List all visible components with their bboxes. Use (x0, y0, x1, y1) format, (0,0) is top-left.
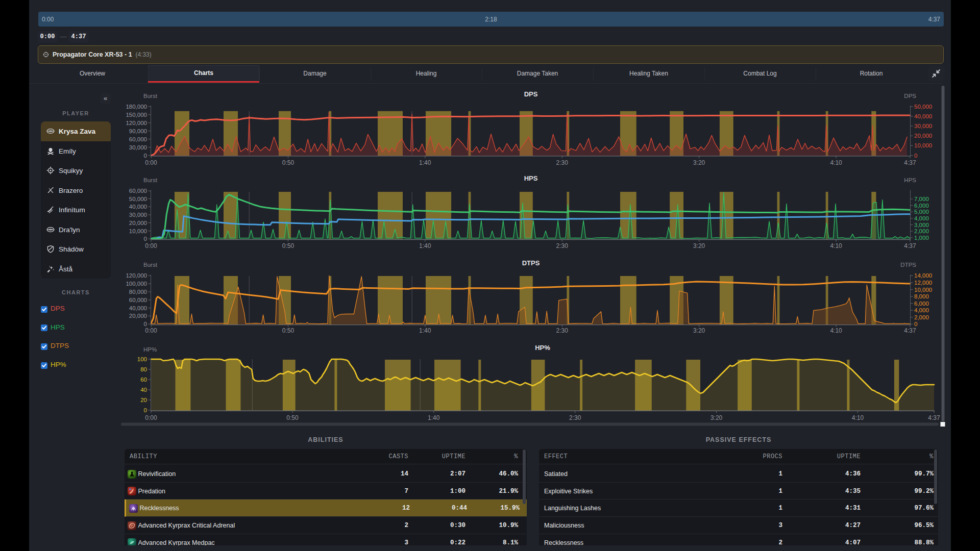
svg-text:180,000: 180,000 (126, 104, 147, 110)
svg-text:10,000: 10,000 (129, 228, 147, 234)
svg-text:60,000: 60,000 (129, 188, 147, 194)
svg-text:HP%: HP% (143, 346, 157, 353)
svg-text:100: 100 (137, 356, 147, 362)
svg-text:Burst: Burst (143, 262, 158, 268)
svg-text:20,000: 20,000 (129, 313, 147, 319)
svg-text:DPS: DPS (904, 93, 916, 99)
svg-text:40,000: 40,000 (914, 113, 932, 119)
svg-text:0: 0 (144, 321, 147, 327)
svg-text:0:50: 0:50 (282, 242, 295, 249)
svg-text:60,000: 60,000 (129, 136, 147, 142)
svg-text:4:37: 4:37 (904, 327, 916, 334)
svg-text:20,000: 20,000 (914, 133, 932, 139)
svg-text:DPS: DPS (524, 90, 538, 98)
svg-text:HP%: HP% (535, 344, 550, 352)
svg-text:1:40: 1:40 (428, 414, 440, 421)
svg-text:3,000: 3,000 (914, 222, 929, 228)
svg-text:0:50: 0:50 (282, 327, 295, 334)
svg-text:0: 0 (914, 153, 917, 159)
svg-text:8,000: 8,000 (914, 293, 929, 299)
svg-text:DTPS: DTPS (522, 259, 540, 267)
svg-text:4:37: 4:37 (904, 159, 916, 166)
svg-text:7,000: 7,000 (914, 196, 929, 202)
svg-text:0:50: 0:50 (282, 159, 295, 166)
svg-text:0: 0 (144, 236, 147, 242)
svg-text:80: 80 (140, 366, 147, 372)
svg-text:5,000: 5,000 (914, 209, 929, 215)
svg-text:150,000: 150,000 (126, 112, 147, 118)
svg-text:2,000: 2,000 (914, 314, 929, 320)
svg-text:20: 20 (140, 397, 147, 403)
svg-text:6,000: 6,000 (914, 203, 929, 209)
svg-text:0:00: 0:00 (145, 414, 157, 421)
svg-text:1:40: 1:40 (419, 327, 431, 334)
svg-text:2,000: 2,000 (914, 228, 929, 234)
svg-text:4:10: 4:10 (830, 159, 842, 166)
svg-text:0: 0 (144, 153, 147, 159)
svg-text:12,000: 12,000 (914, 280, 932, 286)
svg-text:Burst: Burst (143, 177, 158, 183)
svg-text:0: 0 (144, 407, 147, 413)
svg-text:1,000: 1,000 (914, 235, 929, 241)
svg-text:1:40: 1:40 (419, 159, 431, 166)
svg-text:10,000: 10,000 (914, 142, 932, 148)
svg-text:3:20: 3:20 (710, 414, 723, 421)
svg-text:2:30: 2:30 (556, 242, 569, 249)
svg-text:30,000: 30,000 (914, 123, 932, 129)
svg-text:4:37: 4:37 (904, 242, 916, 249)
svg-text:HPS: HPS (524, 174, 538, 182)
svg-text:0:00: 0:00 (145, 327, 157, 334)
svg-text:0:00: 0:00 (145, 159, 157, 166)
svg-text:4,000: 4,000 (914, 215, 929, 221)
svg-text:2:30: 2:30 (556, 327, 569, 334)
svg-text:120,000: 120,000 (126, 272, 147, 279)
svg-text:100,000: 100,000 (126, 281, 147, 287)
svg-text:50,000: 50,000 (129, 196, 147, 202)
svg-text:14,000: 14,000 (914, 272, 932, 279)
svg-text:4:37: 4:37 (928, 414, 940, 421)
svg-text:2:30: 2:30 (569, 414, 581, 421)
svg-text:20,000: 20,000 (129, 220, 147, 226)
svg-text:HPS: HPS (904, 177, 916, 183)
svg-text:0:00: 0:00 (145, 242, 157, 249)
svg-text:4:10: 4:10 (830, 327, 842, 334)
svg-text:3:20: 3:20 (693, 242, 705, 249)
svg-text:60,000: 60,000 (129, 297, 147, 303)
svg-text:40,000: 40,000 (129, 204, 147, 210)
svg-text:40: 40 (140, 387, 147, 393)
svg-text:90,000: 90,000 (129, 128, 147, 134)
svg-text:Burst: Burst (143, 93, 158, 99)
svg-text:4:10: 4:10 (830, 242, 842, 249)
svg-text:1:40: 1:40 (419, 242, 431, 249)
svg-text:40,000: 40,000 (129, 305, 147, 311)
svg-text:10,000: 10,000 (914, 287, 932, 293)
svg-text:6,000: 6,000 (914, 300, 929, 307)
svg-text:30,000: 30,000 (129, 212, 147, 218)
svg-text:120,000: 120,000 (126, 120, 147, 126)
svg-text:4,000: 4,000 (914, 307, 929, 313)
svg-text:2:30: 2:30 (556, 159, 569, 166)
svg-text:30,000: 30,000 (129, 144, 147, 151)
svg-text:DTPS: DTPS (900, 262, 916, 268)
svg-text:0:50: 0:50 (286, 414, 299, 421)
svg-text:3:20: 3:20 (693, 327, 705, 334)
svg-text:3:20: 3:20 (693, 159, 705, 166)
svg-text:80,000: 80,000 (129, 289, 147, 295)
svg-text:4:10: 4:10 (852, 414, 864, 421)
svg-text:60: 60 (140, 377, 147, 383)
svg-text:0: 0 (914, 321, 917, 327)
svg-text:50,000: 50,000 (914, 104, 932, 110)
